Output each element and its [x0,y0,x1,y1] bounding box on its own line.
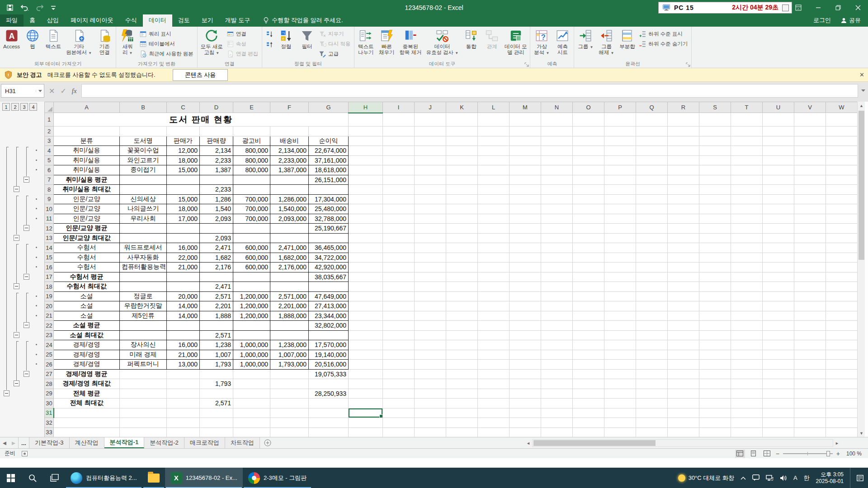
cell-K9[interactable] [446,194,478,204]
cell-A27[interactable]: 경제/경영 평균 [54,369,120,379]
cell-E18[interactable] [233,282,270,292]
cell-L7[interactable] [478,175,509,185]
cell-G24[interactable]: 17,570,000 [309,340,349,350]
cell-Q5[interactable] [636,155,668,165]
cell-V23[interactable] [794,330,826,340]
cell-E25[interactable]: 1,000,000 [233,350,270,360]
cell-E26[interactable]: 1,000,000 [233,360,270,370]
cell-I22[interactable] [383,321,415,331]
cell-N32[interactable] [541,418,573,428]
cell-J22[interactable] [415,321,446,331]
cell-T17[interactable] [731,272,763,282]
cell-T7[interactable] [731,175,763,185]
cell-F26[interactable]: 1,793,000 [270,360,309,370]
cell-R32[interactable] [668,418,699,428]
cell-D27[interactable] [200,369,233,379]
cell-Q12[interactable] [636,224,668,234]
cell-C15[interactable]: 22,000 [167,253,200,263]
cell-M24[interactable] [509,340,541,350]
cell-H20[interactable] [349,301,383,311]
cell-R12[interactable] [668,224,699,234]
cell-T21[interactable] [731,311,763,321]
cell-C7[interactable] [167,175,200,185]
cell-J33[interactable] [415,427,446,437]
cell-B21[interactable]: 제5인류 [120,311,167,321]
cell-K31[interactable] [446,408,478,418]
cell-O21[interactable] [573,311,604,321]
cell-I3[interactable] [383,136,415,146]
cell-M26[interactable] [509,360,541,370]
cell-C21[interactable]: 14,000 [167,311,200,321]
cell-G14[interactable]: 36,465,000 [309,243,349,253]
cell-U27[interactable] [763,369,794,379]
cell-Q21[interactable] [636,311,668,321]
cell-J10[interactable] [415,204,446,214]
sheet-tab-overflow[interactable]: ... [18,437,29,448]
column-header-E[interactable]: E [233,102,270,113]
cell-D23[interactable]: 2,571 [200,330,233,340]
cell-R9[interactable] [668,194,699,204]
cell-H27[interactable] [349,369,383,379]
cell-Q4[interactable] [636,146,668,156]
cell-N31[interactable] [541,408,573,418]
cell-N19[interactable] [541,291,573,301]
cell-M20[interactable] [509,301,541,311]
cell-A23[interactable]: 소설 최대값 [54,330,120,340]
cell-L19[interactable] [478,291,509,301]
outline-collapse-button-row-13[interactable] [14,235,19,241]
cell-F9[interactable]: 1,286,000 [270,194,309,204]
zoom-out-icon[interactable]: − [776,450,779,457]
cell-E8[interactable] [233,185,270,195]
cell-K3[interactable] [446,136,478,146]
sheet-nav-prev-icon[interactable]: ◄ [0,437,9,448]
select-all-corner[interactable] [45,102,54,113]
cell-P19[interactable] [604,291,636,301]
cell-M5[interactable] [509,155,541,165]
cell-J20[interactable] [415,301,446,311]
ribbon-button-지우기[interactable]: 지우기 [317,29,353,39]
menu-tab-데이터[interactable]: 데이터 [143,14,172,27]
cell-V10[interactable] [794,204,826,214]
cell-C19[interactable]: 20,000 [167,291,200,301]
cell-Q2[interactable] [636,127,668,136]
cell-G13[interactable] [309,233,349,243]
column-header-L[interactable]: L [478,102,509,113]
login-button[interactable]: 로그인 [813,16,831,24]
search-icon[interactable] [22,468,43,488]
cell-T18[interactable] [731,282,763,292]
cell-M13[interactable] [509,233,541,243]
cell-R25[interactable] [668,350,699,360]
cell-N33[interactable] [541,427,573,437]
ribbon-button-최근에 사용한 원본[interactable]: 최근에 사용한 원본 [138,49,196,59]
cell-I27[interactable] [383,369,415,379]
cell-O23[interactable] [573,330,604,340]
cell-W2[interactable] [826,127,858,136]
cell-J19[interactable] [415,291,446,301]
cell-M27[interactable] [509,369,541,379]
cell-O3[interactable] [573,136,604,146]
column-header-N[interactable]: N [541,102,573,113]
cell-M30[interactable] [509,399,541,408]
cell-R33[interactable] [668,427,699,437]
column-header-C[interactable]: C [167,102,200,113]
cell-R15[interactable] [668,253,699,263]
cell-N18[interactable] [541,282,573,292]
cell-P26[interactable] [604,360,636,370]
cell-S28[interactable] [699,379,731,389]
cell-R16[interactable] [668,263,699,272]
cell-I19[interactable] [383,291,415,301]
cell-G8[interactable] [309,185,349,195]
cell-O31[interactable] [573,408,604,418]
cell-U14[interactable] [763,243,794,253]
ribbon-button-가상 분석[interactable]: ?가상 분석 ▼ [531,28,552,60]
cell-A22[interactable]: 소설 평균 [54,321,120,331]
cell-K4[interactable] [446,146,478,156]
cell-A26[interactable]: 경제/경영 [54,360,120,370]
cell-N22[interactable] [541,321,573,331]
cell-Q16[interactable] [636,263,668,272]
outline-collapse-button-row-8[interactable] [14,186,19,192]
cell-F7[interactable] [270,175,309,185]
cell-M2[interactable] [509,127,541,136]
cell-R10[interactable] [668,204,699,214]
cell-P22[interactable] [604,321,636,331]
